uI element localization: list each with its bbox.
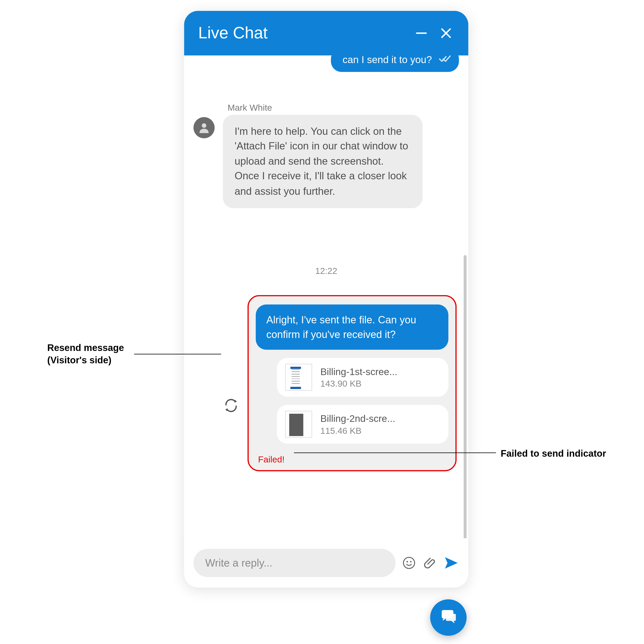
failed-message-group: Alright, I've sent the file. Can you con…	[248, 295, 457, 471]
composer: Write a reply...	[184, 538, 468, 587]
attachment-thumbnail	[285, 364, 312, 391]
double-check-icon	[439, 55, 451, 66]
agent-name: Mark White	[228, 102, 433, 112]
svg-point-7	[406, 561, 408, 562]
minimize-icon	[415, 27, 427, 39]
outgoing-partial-text: can I send it to you?	[343, 55, 432, 66]
agent-avatar	[193, 117, 215, 138]
svg-point-8	[410, 561, 411, 562]
attachment-thumbnail	[285, 411, 312, 438]
annotation-failed: Failed to send indicator	[501, 448, 606, 460]
send-icon	[443, 555, 459, 570]
close-icon	[440, 27, 452, 39]
attachment-name: Billing-2nd-scre...	[320, 413, 395, 424]
outgoing-message-partial: can I send it to you?	[331, 55, 459, 72]
annotation-text: Resend message	[47, 342, 124, 354]
annotation-text: (Visitor's side)	[47, 354, 124, 366]
chat-body: can I send it to you? Mark White I'm her…	[184, 55, 468, 538]
reply-input[interactable]: Write a reply...	[193, 549, 395, 577]
attachment-name: Billing-1st-scree...	[320, 366, 397, 377]
agent-message-bubble: I'm here to help. You can click on the '…	[223, 115, 422, 208]
chat-window: Live Chat can I send it to you? Mark Whi…	[184, 11, 468, 588]
minimize-button[interactable]	[413, 25, 429, 41]
chat-bubble-icon	[438, 608, 458, 628]
emoji-button[interactable]	[401, 555, 416, 570]
failed-status-label: Failed!	[258, 454, 448, 464]
person-icon	[197, 121, 210, 134]
chat-launcher-button[interactable]	[430, 599, 467, 636]
svg-point-6	[403, 557, 414, 568]
attach-button[interactable]	[422, 555, 438, 570]
timestamp: 12:22	[184, 266, 468, 276]
annotation-resend: Resend message (Visitor's side)	[47, 342, 124, 366]
outgoing-message-bubble: Alright, I've sent the file. Can you con…	[256, 304, 448, 350]
refresh-icon	[223, 398, 239, 413]
svg-point-3	[202, 123, 206, 128]
attachment-size: 143.90 KB	[320, 378, 397, 388]
reply-placeholder: Write a reply...	[205, 557, 272, 569]
paperclip-icon	[423, 556, 437, 570]
chat-header: Live Chat	[184, 11, 468, 55]
annotation-line	[294, 452, 496, 453]
chat-title: Live Chat	[198, 24, 267, 42]
attachment-size: 115.46 KB	[320, 425, 395, 435]
attachment-item[interactable]: Billing-1st-scree... 143.90 KB	[277, 358, 448, 396]
smiley-icon	[402, 556, 416, 570]
scrollbar[interactable]	[463, 255, 466, 538]
send-button[interactable]	[443, 555, 459, 570]
resend-button[interactable]	[222, 396, 240, 415]
close-button[interactable]	[438, 25, 454, 41]
attachment-item[interactable]: Billing-2nd-scre... 115.46 KB	[277, 405, 448, 443]
annotation-line	[134, 354, 221, 354]
